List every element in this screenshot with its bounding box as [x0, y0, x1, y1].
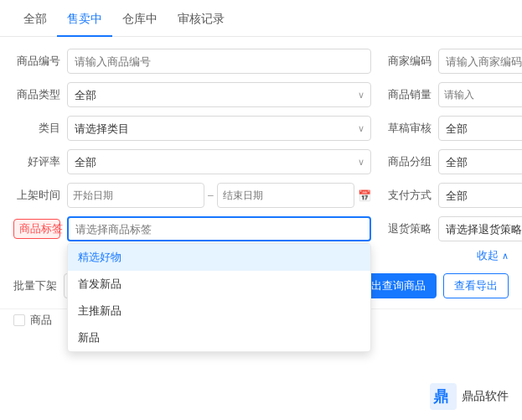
product-type-label: 商品类型	[13, 87, 60, 102]
good-rate-select[interactable]: 全部	[67, 149, 371, 174]
logo-text: 鼎品软件	[462, 389, 509, 404]
merchant-no-control	[438, 49, 522, 74]
sales-volume-min-input[interactable]	[438, 82, 522, 107]
collapse-arrow-icon: ∧	[502, 251, 509, 262]
shelf-time-row: 上架时间 – 📅	[13, 183, 371, 208]
product-type-select-wrapper: 全部	[67, 82, 371, 107]
merchant-no-row: 商家编码	[385, 49, 522, 74]
goods-label: 商品	[30, 313, 52, 328]
collapse-button[interactable]: 收起 ∧	[477, 248, 509, 263]
category-label: 类目	[13, 121, 60, 136]
tab-audit[interactable]: 审核记录	[168, 0, 235, 37]
product-group-select-wrapper: 全部	[438, 149, 522, 174]
pay-method-select[interactable]: 全部	[438, 183, 522, 208]
draft-review-select[interactable]: 全部	[438, 116, 522, 141]
product-no-label: 商品编号	[13, 54, 60, 69]
dropdown-item-recommended[interactable]: 主推新品	[68, 298, 370, 324]
sales-volume-range: ~	[438, 82, 522, 107]
product-no-input[interactable]	[67, 49, 371, 74]
shelf-time-dash: –	[208, 189, 214, 201]
collapse-label: 收起	[477, 248, 499, 263]
pay-method-select-wrapper: 全部	[438, 183, 522, 208]
product-tag-label: 商品标签	[13, 219, 60, 239]
calendar-icon: 📅	[358, 189, 371, 202]
sales-volume-row: 商品销量 ~	[385, 82, 522, 107]
category-select-wrapper: 请选择类目	[67, 116, 371, 141]
view-export-button[interactable]: 查看导出	[443, 273, 509, 298]
good-rate-row: 好评率 全部	[13, 149, 371, 174]
category-select[interactable]: 请选择类目	[67, 116, 371, 141]
product-tag-input[interactable]	[67, 216, 371, 241]
good-rate-select-wrapper: 全部	[67, 149, 371, 174]
category-row: 类目 请选择类目	[13, 116, 371, 141]
shelf-time-label: 上架时间	[13, 188, 60, 203]
logo-icon: 鼎	[430, 383, 457, 410]
draft-review-select-wrapper: 全部	[438, 116, 522, 141]
sales-volume-label: 商品销量	[385, 87, 432, 102]
return-policy-select[interactable]: 请选择退货策略	[438, 216, 522, 241]
tabs-bar: 全部 售卖中 仓库中 审核记录	[0, 0, 522, 37]
dropdown-item-new-launch[interactable]: 首发新品	[68, 271, 370, 298]
logo-area: 鼎 鼎品软件	[430, 383, 509, 410]
shelf-time-end-input[interactable]	[217, 183, 354, 208]
svg-text:鼎: 鼎	[433, 388, 448, 405]
product-no-control	[67, 49, 371, 74]
shelf-time-range: – 📅	[67, 183, 371, 208]
product-group-row: 商品分组 全部	[385, 149, 522, 174]
return-policy-label: 退货策略	[385, 221, 432, 236]
product-type-select[interactable]: 全部	[67, 82, 371, 107]
dropdown-item-featured[interactable]: 精选好物	[68, 244, 370, 271]
product-tag-dropdown-wrapper: 精选好物 首发新品 主推新品 新品	[67, 216, 371, 241]
return-policy-select-wrapper: 请选择退货策略	[438, 216, 522, 241]
tab-all[interactable]: 全部	[13, 0, 57, 37]
checkbox-area: 商品	[13, 313, 52, 328]
merchant-no-label: 商家编码	[385, 54, 432, 69]
pay-method-label: 支付方式	[385, 188, 432, 203]
form-area: 商品编号 商家编码 商品类型 全部 商品销量	[0, 37, 522, 248]
product-group-select[interactable]: 全部	[438, 149, 522, 174]
good-rate-label: 好评率	[13, 154, 60, 169]
shelf-time-start-input[interactable]	[67, 183, 204, 208]
product-group-label: 商品分组	[385, 154, 432, 169]
draft-review-label: 草稿审核	[385, 121, 432, 136]
product-type-row: 商品类型 全部	[13, 82, 371, 107]
draft-review-row: 草稿审核 全部	[385, 116, 522, 141]
product-tag-dropdown-menu: 精选好物 首发新品 主推新品 新品	[67, 243, 371, 352]
merchant-no-input[interactable]	[438, 49, 522, 74]
page-wrapper: 全部 售卖中 仓库中 审核记录 商品编号 商家编码 商品类型 全部	[0, 0, 522, 420]
tab-warehouse[interactable]: 仓库中	[112, 0, 168, 37]
product-tag-row: 商品标签 精选好物 首发新品 主推新品 新品	[13, 216, 371, 241]
dropdown-item-new[interactable]: 新品	[68, 324, 370, 351]
product-no-row: 商品编号	[13, 49, 371, 74]
return-policy-row: 退货策略 请选择退货策略	[385, 216, 522, 241]
tab-selling[interactable]: 售卖中	[57, 0, 112, 37]
select-all-checkbox[interactable]	[13, 314, 25, 326]
batch-label: 批量下架	[13, 278, 57, 293]
pay-method-row: 支付方式 全部	[385, 183, 522, 208]
